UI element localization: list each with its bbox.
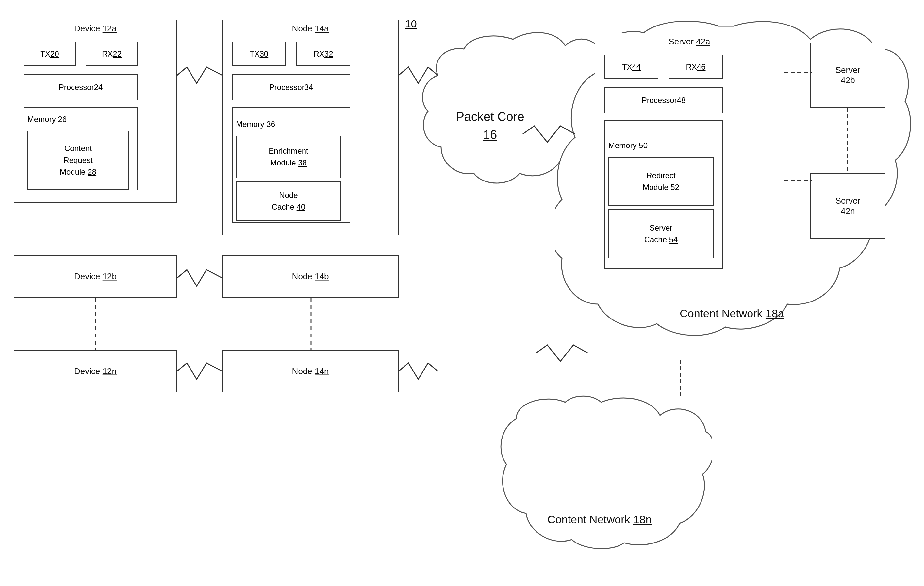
dashed-cn18a-cn18n [680,360,681,399]
sc54-label: ServerCache 54 [644,222,678,246]
dashed-42a-42b [784,72,812,73]
memory36-label: Memory 36 [236,119,275,129]
memory50-label: Memory 50 [608,140,648,151]
lightning-pc-cn18a [523,124,575,144]
crm28-box: ContentRequestModule 28 [28,131,129,190]
node-14b-label: Node 14b [292,271,329,281]
dashed-42b-42n [847,108,848,173]
dashed-42a-42n [784,180,812,181]
device-12a-label: Device 12a [14,23,177,34]
tx44-box: TX 44 [604,55,658,79]
crm28-label: ContentRequestModule 28 [60,142,96,178]
memory36-box: Memory 36 EnrichmentModule 38 NodeCache … [232,107,350,223]
server-42n-box: Server42n [810,173,886,239]
sc54-box: ServerCache 54 [608,209,714,258]
main-label: 10 [405,18,417,30]
tx20-box: TX 20 [23,41,76,66]
rx22-box: RX 22 [86,41,138,66]
processor34-box: Processor 34 [232,74,350,100]
device-12n-label: Device 12n [74,366,117,376]
svg-text:16: 16 [483,128,497,142]
device-12n-box: Device 12n [14,350,177,392]
rx32-box: RX 32 [296,41,350,66]
server-42a-box: Server 42a TX 44 RX 46 Processor 48 Memo… [595,33,784,281]
tx30-box: TX 30 [232,41,286,66]
node-14b-box: Node 14b [222,255,399,298]
node-14n-box: Node 14n [222,350,399,392]
svg-text:Content Network 18a: Content Network 18a [680,307,784,319]
memory26-box: Memory 26 ContentRequestModule 28 [23,107,138,190]
lightning-12n-14n [177,361,222,381]
device-12b-box: Device 12b [14,255,177,298]
svg-text:Packet Core: Packet Core [456,110,524,124]
server-42n-label: Server42n [835,196,861,216]
node-14a-box: Node 14a TX 30 RX 32 Processor 34 Memory… [222,20,399,235]
lightning-14a-pc [399,65,438,85]
rm52-label: RedirectModule 52 [643,170,679,193]
lightning-cn18a-lower [536,343,588,363]
node-dashed-line [310,298,312,350]
em38-label: EnrichmentModule 38 [269,145,308,169]
server-42a-label: Server 42a [595,36,784,47]
nc40-label: NodeCache 40 [272,189,305,213]
node-14n-label: Node 14n [292,366,329,376]
server-42b-box: Server42b [810,43,886,108]
node-14a-label: Node 14a [223,23,398,34]
device-12b-label: Device 12b [74,271,117,281]
memory50-box: Memory 50 RedirectModule 52 ServerCache … [604,120,723,269]
lightning-14n-pc [399,361,438,381]
processor24-box: Processor 24 [23,74,138,100]
device-12a-box: Device 12a TX 20 RX 22 Processor 24 Memo… [14,20,177,203]
server-42b-label: Server42b [835,65,861,85]
svg-text:Content Network 18n: Content Network 18n [547,513,652,525]
nc40-box: NodeCache 40 [236,182,341,221]
em38-box: EnrichmentModule 38 [236,136,341,178]
lightning-12b-14b [177,268,222,288]
content-network-18n-cloud: Content Network 18n [490,392,712,556]
lightning-12a-14a [177,65,222,85]
rm52-box: RedirectModule 52 [608,157,714,206]
rx46-box: RX 46 [669,55,723,79]
memory26-label: Memory 26 [28,114,67,124]
device-dashed-line [95,298,96,350]
processor48-box: Processor 48 [604,87,723,113]
